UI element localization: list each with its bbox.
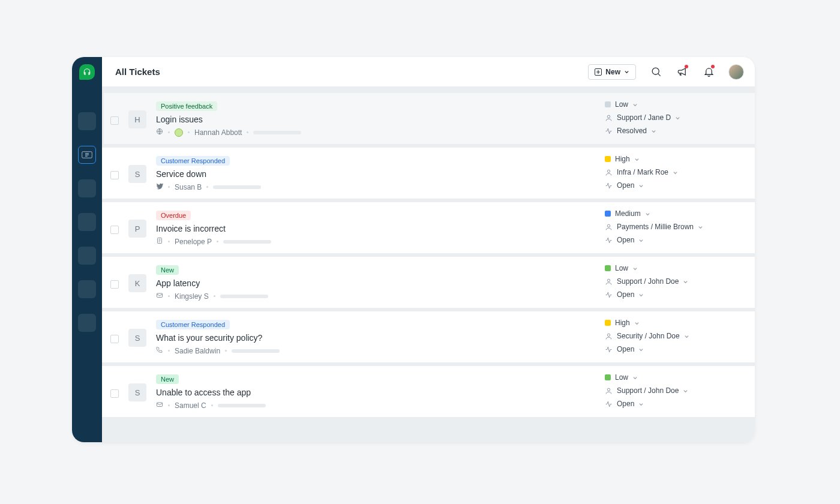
priority-dropdown[interactable]: Medium [605,209,743,218]
priority-swatch [605,101,611,107]
priority-dropdown[interactable]: Low [605,100,743,109]
person-icon [605,114,613,122]
status-dropdown[interactable]: Open [605,181,743,190]
priority-label: High [615,155,630,163]
assignee-dropdown[interactable]: Support / Jane D [605,113,743,122]
status-label: Open [617,345,634,353]
channel-icon [156,292,163,301]
priority-label: High [615,319,630,327]
priority-label: Low [615,100,628,109]
requester-name: Penelope P [175,238,212,246]
requester-name: Sadie Baldwin [175,347,220,355]
ticket-row[interactable]: S Customer Responded What is your securi… [102,311,755,362]
ticket-row[interactable]: K New App latency Kingsley S Low Support… [102,257,755,308]
ticket-checkbox[interactable] [110,389,119,398]
assignee-dropdown[interactable]: Security / John Doe [605,332,743,340]
notifications-button[interactable] [702,65,715,79]
ticket-checkbox[interactable] [110,226,119,234]
status-dropdown[interactable]: Open [605,345,743,353]
assignee-label: Support / John Doe [617,386,679,395]
priority-dropdown[interactable]: Low [605,264,743,272]
topbar: All Tickets New [102,57,755,87]
sidebar-nav-3[interactable] [78,179,96,197]
announcements-button[interactable] [676,65,689,79]
status-dropdown[interactable]: Open [605,236,743,244]
ticket-checkbox[interactable] [110,171,119,179]
requester-avatar: S [128,383,146,401]
svg-point-4 [607,115,610,118]
ticket-tag: Customer Responded [156,320,230,329]
meta-placeholder [253,131,301,134]
assignee-label: Security / John Doe [617,332,680,340]
app-logo[interactable] [79,64,95,80]
svg-point-2 [652,68,659,74]
priority-dropdown[interactable]: Low [605,373,743,382]
assignee-label: Payments / Millie Brown [617,223,694,231]
assignee-dropdown[interactable]: Support / John Doe [605,386,743,395]
ticket-subject[interactable]: App latency [156,278,605,288]
ticket-row[interactable]: S New Unable to access the app Samuel C … [102,366,755,417]
svg-rect-8 [157,293,163,298]
ticket-subject[interactable]: Login issues [156,115,605,124]
ticket-row[interactable]: S Customer Responded Service down Susan … [102,148,755,199]
ticket-row[interactable]: P Overdue Invoice is incorrect Penelope … [102,202,755,253]
ticket-checkbox[interactable] [110,280,119,289]
ticket-subject[interactable]: Service down [156,169,605,179]
activity-icon [605,291,613,299]
svg-point-10 [607,334,610,336]
plus-icon [595,68,602,76]
search-button[interactable] [649,65,662,79]
sentiment-icon [175,128,183,137]
sidebar-nav-6[interactable] [78,280,96,298]
assignee-label: Support / John Doe [617,277,679,286]
chevron-down-icon [624,69,629,74]
profile-avatar[interactable] [728,64,744,80]
status-label: Open [617,236,634,244]
sidebar-nav-4[interactable] [78,213,96,231]
assignee-dropdown[interactable]: Payments / Millie Brown [605,223,743,231]
activity-icon [605,236,613,244]
ticket-tag: New [156,374,179,384]
ticket-tag: Customer Responded [156,156,230,166]
ticket-subject[interactable]: Invoice is incorrect [156,224,605,233]
person-icon [605,332,613,340]
status-label: Resolved [617,127,647,135]
sidebar-nav-5[interactable] [78,247,96,265]
priority-dropdown[interactable]: High [605,155,743,163]
priority-label: Low [615,264,628,272]
priority-swatch [605,211,611,217]
ticket-checkbox[interactable] [110,335,119,343]
assignee-dropdown[interactable]: Infra / Mark Roe [605,168,743,176]
search-icon [650,66,662,77]
status-label: Open [617,290,634,299]
priority-swatch [605,265,611,271]
person-icon [605,169,613,176]
sidebar-nav-dashboard[interactable] [78,112,96,130]
assignee-label: Support / Jane D [617,113,671,122]
ticket-row[interactable]: H Positive feedback Login issues Hannah … [102,93,755,144]
priority-dropdown[interactable]: High [605,319,743,327]
channel-icon [156,346,163,355]
activity-icon [605,127,613,135]
channel-icon [156,401,163,410]
status-dropdown[interactable]: Open [605,400,743,408]
requester-name: Kingsley S [175,292,209,301]
svg-point-9 [607,279,610,281]
ticket-subject[interactable]: Unable to access the app [156,388,605,397]
new-button[interactable]: New [588,64,636,80]
requester-avatar: S [128,329,146,347]
priority-swatch [605,320,611,326]
main-area: All Tickets New H Posit [102,57,755,442]
status-dropdown[interactable]: Resolved [605,127,743,135]
ticket-tag: Overdue [156,211,191,220]
sidebar-nav-tickets[interactable] [78,146,96,164]
status-label: Open [617,400,634,408]
sidebar-nav-7[interactable] [78,314,96,332]
status-label: Open [617,181,634,190]
ticket-subject[interactable]: What is your security policy? [156,333,605,343]
assignee-dropdown[interactable]: Support / John Doe [605,277,743,286]
requester-name: Susan B [175,183,202,191]
status-dropdown[interactable]: Open [605,290,743,299]
ticket-checkbox[interactable] [110,116,119,125]
priority-swatch [605,156,611,162]
